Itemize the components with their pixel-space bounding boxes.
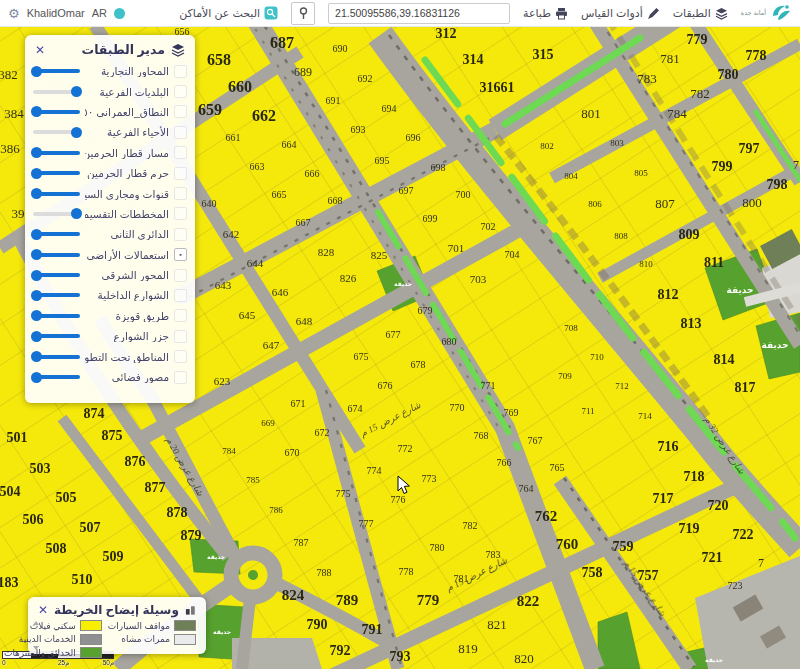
parcel-number: 779	[417, 592, 440, 608]
parcel-number: 698	[431, 162, 446, 173]
layer-expand-icon[interactable]	[174, 350, 187, 363]
scroll-down-icon[interactable]	[33, 646, 39, 650]
layer-opacity-slider[interactable]	[33, 147, 80, 158]
layer-opacity-slider[interactable]	[33, 331, 80, 342]
layer-opacity-slider[interactable]	[33, 290, 80, 301]
layer-expand-icon[interactable]: ▪	[174, 248, 187, 261]
slider-thumb[interactable]	[31, 147, 42, 158]
layer-row[interactable]: المناطق تحت التطوير	[25, 346, 195, 366]
layer-row[interactable]: مصور فضائي	[25, 367, 195, 387]
layer-expand-icon[interactable]	[174, 289, 187, 302]
slider-thumb[interactable]	[31, 372, 42, 383]
parcel-number: 879	[181, 528, 202, 543]
layer-opacity-slider[interactable]	[33, 106, 80, 117]
pin-location-button[interactable]	[291, 2, 315, 25]
measure-tools-button[interactable]: أدوات القياس	[581, 7, 660, 20]
slider-thumb[interactable]	[31, 188, 42, 199]
parcel-number: 672	[315, 427, 330, 438]
layer-expand-icon[interactable]	[174, 146, 187, 159]
parcel-number: 689	[294, 65, 312, 79]
coordinates-input[interactable]	[328, 3, 510, 24]
language-toggle[interactable]: AR	[92, 7, 107, 19]
settings-gear-icon[interactable]: ⚙	[8, 7, 20, 20]
layer-opacity-slider[interactable]	[33, 188, 80, 199]
layer-expand-icon[interactable]	[174, 330, 187, 343]
layers-button[interactable]: الطبقات	[673, 7, 728, 20]
parcel-number: 648	[296, 315, 313, 327]
slider-thumb[interactable]	[71, 127, 82, 138]
parcel-number: 31661	[480, 80, 515, 95]
parcel-number: 695	[375, 155, 390, 166]
legend-panel-close-icon[interactable]: ✕	[38, 604, 48, 616]
layer-opacity-slider[interactable]	[33, 270, 80, 281]
legend-scrollbar[interactable]	[31, 621, 40, 650]
layer-row[interactable]: المخططات التقسيمية	[25, 204, 195, 224]
layer-panel-close-icon[interactable]: ✕	[35, 44, 45, 56]
slider-thumb[interactable]	[71, 208, 82, 219]
slider-thumb[interactable]	[31, 106, 42, 117]
slider-thumb[interactable]	[31, 249, 42, 260]
layer-row[interactable]: ▪استعمالات الأراضي	[25, 245, 195, 265]
search-places-button[interactable]: البحث عن الأماكن	[179, 6, 278, 20]
park-label: حديقة	[213, 628, 231, 635]
slider-thumb[interactable]	[31, 331, 42, 342]
parcel-number: 788	[317, 567, 332, 578]
print-button[interactable]: طباعة	[523, 7, 568, 20]
layer-expand-icon[interactable]	[174, 207, 187, 220]
layer-opacity-slider[interactable]	[33, 168, 80, 179]
layer-expand-icon[interactable]	[174, 371, 187, 384]
layer-expand-icon[interactable]	[174, 269, 187, 282]
slider-thumb[interactable]	[31, 351, 42, 362]
slider-thumb[interactable]	[31, 310, 42, 321]
layer-row[interactable]: النطاق_العمراني ١٤٥٠	[25, 102, 195, 122]
scroll-up-icon[interactable]	[33, 621, 39, 625]
slider-thumb[interactable]	[31, 229, 42, 240]
layer-opacity-slider[interactable]	[33, 66, 80, 77]
parcel-number: 662	[252, 107, 276, 124]
parcel-number: 7	[793, 158, 799, 172]
layer-row[interactable]: قنوات ومجاري السيول	[25, 183, 195, 203]
layer-expand-icon[interactable]	[174, 105, 187, 118]
parcel-number: 717	[653, 491, 674, 506]
layer-row[interactable]: طريق قويزة	[25, 306, 195, 326]
layer-expand-icon[interactable]	[174, 167, 187, 180]
layer-opacity-slider[interactable]	[33, 86, 80, 97]
layer-row[interactable]: مسار قطار الحرمين	[25, 143, 195, 163]
layer-expand-icon[interactable]	[174, 228, 187, 241]
layer-row[interactable]: المحاور التجارية	[25, 61, 195, 81]
parcel-number: 183	[0, 575, 19, 590]
layer-opacity-slider[interactable]	[33, 351, 80, 362]
layer-opacity-slider[interactable]	[33, 229, 80, 240]
parcel-number: 802	[540, 141, 554, 151]
parcel-number: 765	[550, 462, 565, 473]
layer-expand-icon[interactable]	[174, 85, 187, 98]
layer-row[interactable]: الشوارع الداخلية	[25, 285, 195, 305]
layer-opacity-slider[interactable]	[33, 372, 80, 383]
park-label: حديقة	[394, 280, 412, 287]
parcel-number: 800	[742, 195, 762, 210]
layer-row[interactable]: المحور الشرقي	[25, 265, 195, 285]
parcel-number: 315	[533, 47, 554, 62]
parcel-number: 877	[145, 480, 166, 495]
slider-thumb[interactable]	[31, 168, 42, 179]
layer-opacity-slider[interactable]	[33, 249, 80, 260]
layer-row[interactable]: الدائري الثاني	[25, 224, 195, 244]
slider-thumb[interactable]	[31, 270, 42, 281]
layer-opacity-slider[interactable]	[33, 127, 80, 138]
layer-opacity-slider[interactable]	[33, 208, 80, 219]
slider-thumb[interactable]	[71, 86, 82, 97]
parcel-number: 791	[362, 622, 383, 637]
layer-expand-icon[interactable]	[174, 126, 187, 139]
layer-row[interactable]: جزر الشوارع	[25, 326, 195, 346]
layer-expand-icon[interactable]	[174, 187, 187, 200]
layer-row[interactable]: الأحياء الفرعية	[25, 122, 195, 142]
slider-thumb[interactable]	[31, 66, 42, 77]
layer-opacity-slider[interactable]	[33, 310, 80, 321]
parcel-number: 789	[336, 592, 359, 608]
slider-thumb[interactable]	[31, 290, 42, 301]
layer-expand-icon[interactable]	[174, 309, 187, 322]
layer-row[interactable]: البلديات الفرعية	[25, 81, 195, 101]
parcel-number: 504	[0, 484, 21, 499]
layer-row[interactable]: حرم قطار الحرمين	[25, 163, 195, 183]
layer-expand-icon[interactable]	[174, 65, 187, 78]
